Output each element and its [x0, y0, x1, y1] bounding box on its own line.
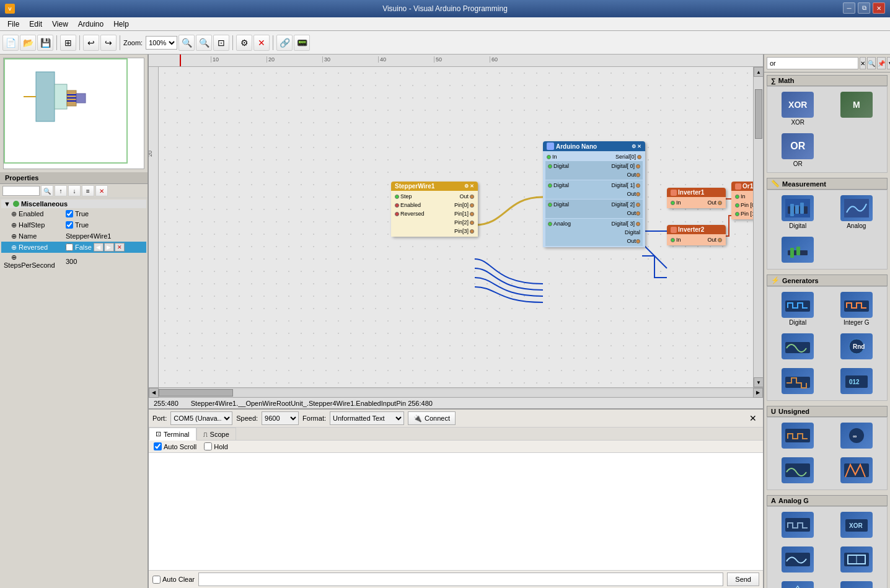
horizontal-scrollbar[interactable]: ◀ ▶ [149, 387, 763, 397]
pin-btn[interactable]: 📌 [877, 57, 886, 69]
stepper-close-icon[interactable]: ✕ [470, 183, 474, 189]
comp-or[interactable]: OR OR [770, 131, 826, 170]
prop-btn4[interactable]: ≡ [82, 185, 94, 196]
generators-header[interactable]: ⚡ Generators [767, 274, 888, 286]
new-btn[interactable]: 📄 [2, 35, 19, 51]
autoscroll-check[interactable]: Auto Scroll [154, 442, 196, 450]
format-select[interactable]: Unformatted Text [330, 411, 404, 425]
stepper-settings-icon[interactable]: ⚙ [464, 183, 469, 189]
comp-uns2[interactable]: ∞ [829, 420, 885, 452]
undo-btn[interactable]: ↩ [83, 35, 99, 51]
reversed-checkbox[interactable] [66, 244, 73, 251]
comp-ag1[interactable] [770, 509, 826, 542]
arduino-node[interactable]: Arduino Nano ⚙ ✕ In [543, 141, 645, 247]
comp-gen-analog[interactable] [770, 331, 826, 363]
compile-btn[interactable]: ⚙ [236, 35, 252, 51]
comp-gen-rnd[interactable]: Rnd [829, 331, 885, 363]
prop-btn5[interactable]: ✕ [95, 185, 108, 196]
enabled-checkbox[interactable] [66, 210, 73, 217]
serial0-dot[interactable] [637, 155, 641, 159]
pin2-dot[interactable] [470, 221, 474, 225]
hscroll-thumb[interactable] [159, 389, 233, 397]
step-pin-dot[interactable] [395, 195, 399, 199]
menu-arduino[interactable]: Arduino [73, 19, 108, 30]
connect-btn[interactable]: 🔌 Connect [408, 411, 456, 425]
hscroll-track[interactable] [159, 389, 753, 397]
hscroll-right-btn[interactable]: ▶ [753, 388, 763, 398]
vscroll-track[interactable] [754, 77, 763, 377]
prop-edit-btn1[interactable]: ◀ [94, 243, 104, 252]
prop-btn3[interactable]: ↓ [68, 185, 81, 196]
zoom-out-btn[interactable]: 🔍 [196, 35, 212, 51]
serial-close-btn[interactable]: ✕ [747, 412, 759, 424]
send-btn[interactable]: Send [727, 573, 759, 586]
prop-row-name[interactable]: ⊕ Name Stepper4Wire1 [1, 230, 146, 242]
prop-row-halfstep[interactable]: ⊕ HalfStep True [1, 219, 146, 230]
prop-row-reversed[interactable]: ⊕ Reversed False ◀ ▶ ✕ [1, 242, 146, 253]
zoom-fit-btn[interactable]: ⊡ [213, 35, 229, 51]
comp-ag4[interactable] [829, 544, 885, 576]
serial-input[interactable] [198, 573, 723, 586]
comp-ag2[interactable]: XOR [829, 509, 885, 542]
prop-edit-btn3[interactable]: ✕ [115, 243, 125, 252]
prop-search[interactable] [2, 186, 40, 196]
comp-uns4[interactable] [829, 455, 885, 487]
pin1-dot[interactable] [470, 212, 474, 216]
tab-scope[interactable]: ⎍ Scope [196, 428, 236, 440]
tab-terminal[interactable]: ⊡ Terminal [149, 428, 196, 441]
enabled-pin-dot[interactable] [395, 203, 399, 208]
unsigned-header[interactable]: U Unsigned [767, 406, 888, 417]
vscroll-thumb[interactable] [755, 89, 762, 139]
canvas-scroll[interactable]: StepperWire1 ⚙ ✕ Step [159, 67, 763, 387]
upload-btn[interactable]: ✕ [253, 35, 270, 51]
vertical-scrollbar[interactable]: ▲ ▼ [753, 67, 763, 387]
vscroll-down-btn[interactable]: ▼ [754, 377, 763, 387]
arduino-close-icon[interactable]: ✕ [637, 144, 641, 149]
prop-btn2[interactable]: ↑ [55, 185, 67, 196]
comp-meas-digital2[interactable] [770, 234, 826, 266]
analog-g-header[interactable]: A Analog G [767, 495, 888, 506]
reversed-pin-dot[interactable] [395, 212, 399, 216]
comp-uns1[interactable] [770, 420, 826, 452]
comp-meas-analog[interactable]: Analog [829, 193, 885, 232]
component-search[interactable] [767, 57, 858, 69]
pin3-dot[interactable] [470, 229, 474, 234]
connect-arduino-btn[interactable]: 🔗 [276, 35, 293, 51]
prop-edit-btn2[interactable]: ▶ [104, 243, 114, 252]
prop-row-stepspersecond[interactable]: ⊕ StepsPerSecond 300 [1, 253, 146, 270]
view-grid-btn[interactable]: ⊞ [60, 35, 76, 51]
menu-file[interactable]: File [2, 19, 24, 30]
comp-gen-counter[interactable]: 012 [829, 366, 885, 398]
vscroll-up-btn[interactable]: ▲ [754, 67, 763, 77]
inverter2-node[interactable]: Inverter2 In Out [667, 225, 726, 245]
menu-view[interactable]: View [47, 19, 73, 30]
hold-check[interactable]: Hold [204, 442, 228, 450]
comp-ag3[interactable] [770, 544, 826, 576]
minimize-btn[interactable]: ─ [843, 2, 855, 14]
prop-btn1[interactable]: 🔍 [41, 185, 53, 196]
zoom-in-btn[interactable]: 🔍 [178, 35, 195, 51]
search-btn[interactable]: 🔍 [867, 57, 876, 69]
comp-gen-digital[interactable]: Digital [770, 289, 826, 328]
options-btn[interactable]: ▼ [887, 57, 890, 69]
menu-edit[interactable]: Edit [24, 19, 47, 30]
search-clear-btn[interactable]: ✕ [860, 57, 866, 69]
close-btn[interactable]: ✕ [873, 2, 885, 14]
comp-uns3[interactable] [770, 455, 826, 487]
serial-btn[interactable]: 📟 [294, 35, 310, 51]
comp-gen-integer[interactable]: Integer G [829, 289, 885, 328]
step-out-dot[interactable] [470, 195, 474, 199]
speed-select[interactable]: 9600 [262, 411, 299, 425]
inverter1-node[interactable]: Inverter1 In Out [667, 188, 726, 208]
serial-in-dot[interactable] [547, 155, 551, 159]
redo-btn[interactable]: ↪ [100, 35, 117, 51]
comp-gen-wave[interactable] [770, 366, 826, 398]
stepper-node[interactable]: StepperWire1 ⚙ ✕ Step [391, 182, 478, 237]
comp-meas-digital[interactable]: Digital [770, 193, 826, 232]
zoom-select[interactable]: 100% 75% 125% 150% [146, 36, 177, 50]
hscroll-left-btn[interactable]: ◀ [149, 388, 159, 398]
halfstep-checkbox[interactable] [66, 221, 73, 229]
menu-help[interactable]: Help [108, 19, 134, 30]
prop-row-enabled[interactable]: ⊕ Enabled True [1, 208, 146, 219]
autoclear-check[interactable]: Auto Clear [152, 576, 195, 584]
